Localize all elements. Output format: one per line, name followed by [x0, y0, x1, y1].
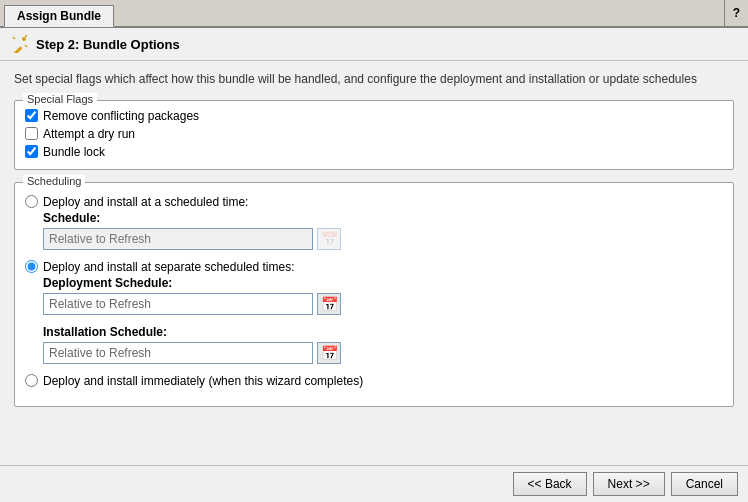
svg-line-3 — [25, 45, 27, 47]
schedule1-input[interactable] — [43, 228, 313, 250]
special-flags-group: Special Flags Remove conflicting package… — [14, 100, 734, 170]
attempt-dry-run-label: Attempt a dry run — [43, 127, 135, 141]
window: Assign Bundle ? Step 2: Bundle Options S… — [0, 0, 748, 502]
option3-label: Deploy and install immediately (when thi… — [43, 374, 363, 388]
step-title: Step 2: Bundle Options — [36, 37, 180, 52]
schedule1-cal-button[interactable]: 📅 — [317, 228, 341, 250]
installation-schedule-cal-button[interactable]: 📅 — [317, 342, 341, 364]
calendar-icon-2: 📅 — [321, 296, 338, 312]
step-icon — [10, 34, 30, 54]
description-text: Set special flags which affect how this … — [14, 71, 734, 88]
installation-schedule-input[interactable] — [43, 342, 313, 364]
option3-row: Deploy and install immediately (when thi… — [25, 374, 723, 388]
option1-row: Deploy and install at a scheduled time: — [25, 195, 723, 209]
remove-conflicting-row: Remove conflicting packages — [25, 109, 723, 123]
next-button[interactable]: Next >> — [593, 472, 665, 496]
svg-point-1 — [22, 37, 26, 41]
option3-radio[interactable] — [25, 374, 38, 387]
scheduling-label: Scheduling — [23, 175, 85, 187]
attempt-dry-run-row: Attempt a dry run — [25, 127, 723, 141]
bundle-lock-checkbox[interactable] — [25, 145, 38, 158]
button-bar: << Back Next >> Cancel — [0, 465, 748, 502]
svg-line-2 — [13, 37, 15, 39]
deployment-schedule-input-row: 📅 — [43, 293, 723, 315]
svg-rect-0 — [13, 46, 22, 53]
option1-label: Deploy and install at a scheduled time: — [43, 195, 248, 209]
deployment-schedule-field-label: Deployment Schedule: — [43, 276, 723, 290]
assign-bundle-tab[interactable]: Assign Bundle — [4, 5, 114, 27]
help-tab[interactable]: ? — [724, 0, 748, 26]
remove-conflicting-label: Remove conflicting packages — [43, 109, 199, 123]
option1-radio[interactable] — [25, 195, 38, 208]
step-header: Step 2: Bundle Options — [0, 28, 748, 61]
option2-row: Deploy and install at separate scheduled… — [25, 260, 723, 274]
remove-conflicting-checkbox[interactable] — [25, 109, 38, 122]
installation-schedule-input-row: 📅 — [43, 342, 723, 364]
deployment-schedule-group: Deployment Schedule: 📅 — [43, 276, 723, 315]
back-button[interactable]: << Back — [513, 472, 587, 496]
wand-icon — [11, 35, 29, 53]
option2-radio[interactable] — [25, 260, 38, 273]
schedule1-group: Schedule: 📅 — [43, 211, 723, 250]
svg-line-4 — [25, 35, 27, 37]
calendar-icon-3: 📅 — [321, 345, 338, 361]
deployment-schedule-input[interactable] — [43, 293, 313, 315]
special-flags-label: Special Flags — [23, 93, 97, 105]
main-content: Set special flags which affect how this … — [0, 61, 748, 465]
schedule1-input-row: 📅 — [43, 228, 723, 250]
installation-schedule-field-label: Installation Schedule: — [43, 325, 723, 339]
scheduling-group: Scheduling Deploy and install at a sched… — [14, 182, 734, 407]
option2-label: Deploy and install at separate scheduled… — [43, 260, 294, 274]
cancel-button[interactable]: Cancel — [671, 472, 738, 496]
calendar-icon: 📅 — [321, 231, 338, 247]
tab-bar: Assign Bundle ? — [0, 0, 748, 28]
schedule1-field-label: Schedule: — [43, 211, 723, 225]
bundle-lock-row: Bundle lock — [25, 145, 723, 159]
attempt-dry-run-checkbox[interactable] — [25, 127, 38, 140]
deployment-schedule-cal-button[interactable]: 📅 — [317, 293, 341, 315]
bundle-lock-label: Bundle lock — [43, 145, 105, 159]
installation-schedule-group: Installation Schedule: 📅 — [43, 325, 723, 364]
